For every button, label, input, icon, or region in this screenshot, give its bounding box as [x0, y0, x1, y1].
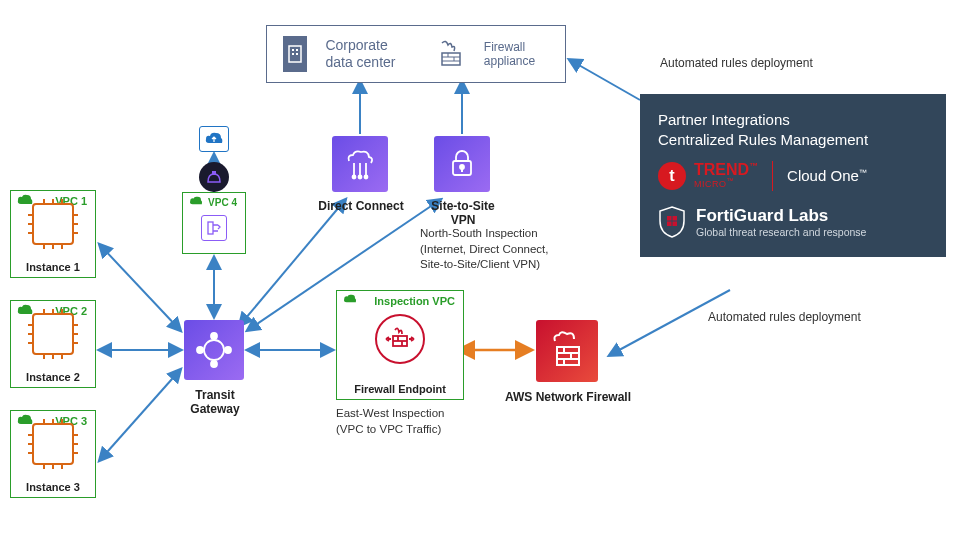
- direct-connect-group: [332, 136, 388, 192]
- direct-connect-icon: [332, 136, 388, 192]
- svg-point-28: [365, 176, 368, 179]
- instance-3-label: Instance 3: [11, 481, 95, 493]
- site-to-site-vpn-label: Site-to-Site VPN: [420, 199, 506, 227]
- firewall-endpoint-icon: [375, 314, 425, 364]
- svg-rect-15: [296, 49, 298, 51]
- transit-gateway-group: [184, 320, 244, 380]
- cpu-icon: [32, 203, 74, 245]
- cpu-icon: [32, 423, 74, 465]
- svg-line-11: [570, 60, 640, 100]
- svg-point-30: [460, 165, 464, 169]
- inspection-vpc-box: Inspection VPC Firewall Endpoint: [336, 290, 464, 400]
- svg-rect-83: [557, 347, 579, 365]
- partner-title: Partner Integrations Centralized Rules M…: [658, 110, 928, 151]
- east-west-inspection-text: East-West Inspection (VPC to VPC Traffic…: [336, 406, 486, 437]
- trend-micro-ball-icon: t: [658, 162, 686, 190]
- automated-rules-bottom-label: Automated rules deployment: [708, 310, 861, 324]
- vpc-2-box: VPC 2 Instance 2: [10, 300, 96, 388]
- firewall-appliance-label: Firewall appliance: [484, 40, 549, 69]
- automated-rules-top-label: Automated rules deployment: [660, 56, 813, 70]
- aws-network-firewall-group: [536, 320, 598, 382]
- svg-point-74: [225, 347, 231, 353]
- vpc-4-label: VPC 4: [208, 197, 237, 208]
- trend-micro-logo: t TREND™ MICRO™: [658, 162, 758, 190]
- svg-rect-14: [292, 49, 294, 51]
- svg-point-70: [204, 340, 224, 360]
- trend-sub: MICRO™: [694, 177, 758, 189]
- svg-line-0: [100, 245, 180, 330]
- svg-point-26: [353, 176, 356, 179]
- shield-icon: [658, 205, 686, 239]
- svg-rect-13: [289, 46, 301, 62]
- svg-point-71: [211, 333, 217, 339]
- trend-brand: TREND™: [694, 162, 758, 178]
- north-south-inspection-text: North-South Inspection (Internet, Direct…: [420, 226, 580, 273]
- site-to-site-vpn-icon: [434, 136, 490, 192]
- instance-1-label: Instance 1: [11, 261, 95, 273]
- svg-point-72: [211, 361, 217, 367]
- aws-network-firewall-icon: [536, 320, 598, 382]
- svg-point-73: [197, 347, 203, 353]
- direct-connect-label: Direct Connect: [318, 199, 404, 213]
- vpc-3-box: VPC 3 Instance 3: [10, 410, 96, 498]
- transit-gateway-icon: [184, 320, 244, 380]
- partner-integrations-box: Partner Integrations Centralized Rules M…: [640, 94, 946, 257]
- firewall-appliance-icon: [436, 39, 466, 69]
- firewall-endpoint-label: Firewall Endpoint: [337, 383, 463, 395]
- svg-rect-68: [212, 171, 216, 175]
- trend-micro-row: t TREND™ MICRO™ Cloud One™: [658, 161, 928, 191]
- divider: [772, 161, 773, 191]
- internet-gateway-icon: [199, 162, 229, 192]
- corporate-title: Corporate data center: [325, 37, 417, 71]
- vpc-1-box: VPC 1 Instance 1: [10, 190, 96, 278]
- svg-line-2: [100, 370, 180, 460]
- cloud-icon: [189, 196, 203, 206]
- svg-rect-17: [296, 53, 298, 55]
- svg-rect-16: [292, 53, 294, 55]
- cloud-icon: [343, 294, 357, 304]
- building-icon: [283, 36, 307, 72]
- instance-2-label: Instance 2: [11, 371, 95, 383]
- cpu-icon: [32, 313, 74, 355]
- svg-rect-69: [208, 222, 213, 234]
- svg-line-7: [240, 200, 345, 325]
- fortiguard-sub: Global threat research and response: [696, 226, 866, 238]
- vpc-4-box: VPC 4: [182, 192, 246, 254]
- svg-point-27: [359, 176, 362, 179]
- transit-gateway-label: Transit Gateway: [178, 388, 252, 416]
- cloud-one-label: Cloud One™: [787, 167, 867, 184]
- cloud-upload-icon: [199, 126, 229, 152]
- site-to-site-vpn-group: [434, 136, 490, 192]
- inspection-vpc-label: Inspection VPC: [374, 295, 455, 307]
- fortiguard-title: FortiGuard Labs: [696, 206, 866, 226]
- fortiguard-row: FortiGuard Labs Global threat research a…: [658, 205, 928, 239]
- aws-network-firewall-label: AWS Network Firewall: [498, 390, 638, 404]
- svg-rect-18: [442, 53, 460, 65]
- corporate-data-center-box: Corporate data center Firewall appliance: [266, 25, 566, 83]
- nat-gateway-icon: [201, 215, 227, 241]
